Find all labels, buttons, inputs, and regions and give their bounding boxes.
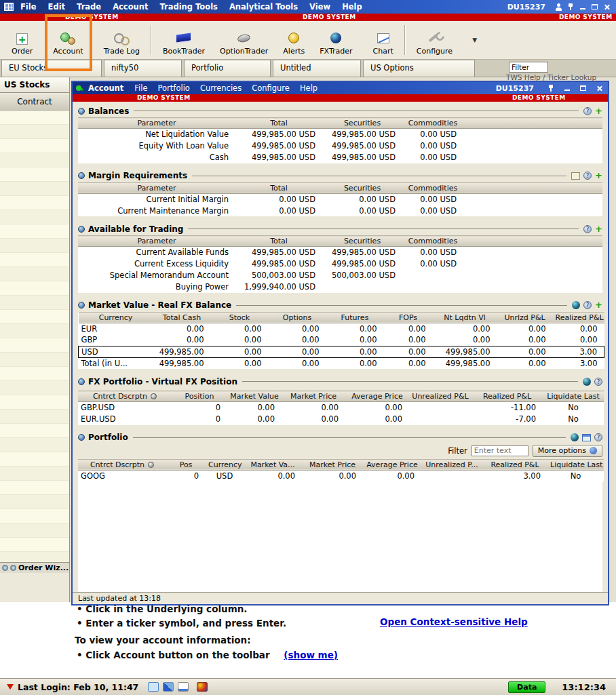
column-header[interactable]: Pos — [166, 459, 206, 470]
table-cell[interactable]: -7.00 — [471, 414, 543, 425]
table-cell[interactable]: 0 — [166, 470, 206, 481]
fxtrader-button[interactable]: FXTrader — [315, 23, 357, 57]
table-cell[interactable]: 0.00 — [211, 323, 269, 334]
column-header[interactable]: Market Price — [282, 391, 345, 402]
table-cell[interactable]: No — [547, 470, 604, 481]
table-cell[interactable]: USD — [79, 346, 153, 357]
table-row[interactable]: Special Memorandum Account500,003.00 USD… — [78, 270, 602, 281]
table-cell[interactable]: No — [543, 414, 604, 425]
expand-icon[interactable] — [10, 565, 16, 571]
table-cell[interactable]: 0.00 — [269, 346, 326, 357]
table-cell[interactable]: 499,985.00 USD — [235, 140, 322, 152]
table-cell[interactable]: 0.00 — [384, 323, 433, 334]
help-icon[interactable] — [594, 433, 602, 441]
table-cell[interactable]: 0.00 USD — [322, 205, 402, 216]
user-icon[interactable] — [553, 2, 563, 12]
column-header[interactable]: Options — [269, 312, 326, 323]
window-icon[interactable] — [582, 434, 591, 441]
chart-button[interactable]: Chart — [368, 23, 398, 57]
collapse-icon[interactable] — [78, 172, 85, 179]
table-cell[interactable]: Current Initial Margin — [78, 193, 235, 205]
add-icon[interactable] — [595, 301, 602, 309]
table-cell[interactable]: 0.00 — [211, 346, 269, 357]
table-cell[interactable]: Current Excess Liquidity — [78, 258, 235, 270]
configure-button[interactable]: Configure — [412, 23, 457, 57]
table-cell[interactable]: 3.00 — [553, 346, 604, 357]
table-cell[interactable] — [421, 470, 482, 481]
statusbar-chat-icon[interactable] — [148, 682, 159, 692]
watchlist-rows[interactable] — [0, 111, 69, 562]
statusbar-globe-icon[interactable] — [197, 682, 208, 692]
order-wizard-bar[interactable]: Order Wiz... — [0, 562, 69, 573]
table-cell[interactable]: 0.00 USD — [322, 193, 402, 205]
table-cell[interactable]: Net Liquidation Value — [78, 129, 235, 140]
table-cell[interactable]: 0.00 — [497, 323, 553, 334]
table-row[interactable]: Current Excess Liquidity499,985.00 USD49… — [78, 258, 602, 270]
table-cell[interactable]: 0.00 — [326, 334, 384, 346]
globe-icon[interactable] — [572, 301, 580, 309]
table-cell[interactable]: 499,985.00 USD — [322, 247, 402, 258]
table-cell[interactable]: 499,985.00 — [153, 346, 211, 357]
column-header[interactable]: Parameter — [78, 236, 235, 247]
table-cell[interactable]: USD — [206, 470, 244, 481]
context-help-link[interactable]: Open Context-sensitive Help — [380, 616, 528, 627]
column-header[interactable]: Futures — [326, 312, 384, 323]
table-cell[interactable]: GOOG — [78, 470, 166, 481]
table-cell[interactable]: 0.00 — [433, 323, 497, 334]
table-row[interactable]: EUR0.000.000.000.000.000.000.000.00 — [79, 323, 604, 334]
table-cell[interactable]: 499,985.00 USD — [235, 258, 322, 270]
table-cell[interactable]: 0.00 — [363, 470, 421, 481]
tab-nifty50[interactable]: nifty50 — [104, 60, 182, 77]
table-cell[interactable]: 0.00 USD — [402, 247, 463, 258]
table-cell[interactable] — [409, 402, 471, 414]
table-row[interactable]: EUR.USD00.000.000.00-7.00No — [78, 414, 604, 425]
table-cell[interactable]: 499,985.00 USD — [322, 129, 402, 140]
column-header[interactable]: Total — [235, 236, 322, 247]
table-cell[interactable]: 3.00 — [482, 470, 547, 481]
aw-menu-portfolio[interactable]: Portfolio — [158, 83, 190, 93]
table-cell[interactable] — [402, 270, 463, 281]
table-cell[interactable]: 0.00 — [345, 414, 409, 425]
column-header[interactable]: Cntrct Dscrptn — [78, 459, 166, 470]
collapse-icon[interactable] — [78, 108, 85, 115]
aw-minimize-icon[interactable] — [562, 83, 572, 93]
column-header[interactable]: Realized P&L — [553, 312, 604, 323]
table-cell[interactable]: 0.00 — [384, 334, 433, 346]
account-window-titlebar[interactable]: Account File Portfolio Currencies Config… — [73, 82, 608, 94]
table-cell[interactable]: 0.00 — [269, 334, 326, 346]
table-cell[interactable]: 499,985.00 — [433, 346, 497, 357]
table-row[interactable]: Current Available Funds499,985.00 USD499… — [78, 247, 602, 258]
column-header[interactable]: Commodities — [402, 182, 463, 193]
table-cell[interactable]: 0.00 — [282, 402, 345, 414]
table-cell[interactable]: 0.00 — [269, 357, 326, 369]
collapse-icon[interactable] — [2, 565, 8, 571]
table-cell[interactable]: 499,985.00 USD — [322, 258, 402, 270]
table-cell[interactable]: 0.00 — [497, 346, 553, 357]
column-header[interactable]: Commodities — [402, 236, 463, 247]
table-cell[interactable]: 0.00 — [326, 346, 384, 357]
aw-menu-currencies[interactable]: Currencies — [200, 83, 242, 93]
table-row[interactable]: GBP0.000.000.000.000.000.000.000.00 — [79, 334, 604, 346]
column-header[interactable]: Unrlzd P&L — [497, 312, 553, 323]
tab-portfolio[interactable]: Portfolio — [184, 60, 271, 77]
help-icon[interactable] — [583, 225, 592, 233]
column-header[interactable]: Unrealized P... — [421, 459, 482, 470]
table-cell[interactable]: 0.00 — [553, 323, 604, 334]
table-row[interactable]: GBP.USD00.000.000.00-11.00No — [78, 402, 604, 414]
table-cell[interactable] — [322, 281, 402, 293]
table-row[interactable]: Equity With Loan Value499,985.00 USD499,… — [78, 140, 602, 152]
column-header[interactable]: Liquidate Last — [543, 391, 604, 402]
tab-untitled[interactable]: Untitled — [273, 60, 361, 77]
statusbar-chart-icon[interactable] — [178, 682, 189, 692]
column-header[interactable]: FOPs — [384, 312, 433, 323]
menu-edit[interactable]: Edit — [48, 2, 66, 12]
table-cell[interactable]: Special Memorandum Account — [78, 270, 235, 281]
column-header[interactable]: Securities — [322, 118, 402, 129]
globe-icon[interactable] — [583, 378, 591, 386]
column-header[interactable]: Realized P&L — [482, 459, 547, 470]
table-cell[interactable]: Current Available Funds — [78, 247, 235, 258]
table-cell[interactable]: 0.00 — [326, 323, 384, 334]
menu-file[interactable]: File — [20, 2, 37, 12]
table-row[interactable]: Net Liquidation Value499,985.00 USD499,9… — [78, 129, 602, 140]
column-header[interactable]: Stock — [211, 312, 269, 323]
